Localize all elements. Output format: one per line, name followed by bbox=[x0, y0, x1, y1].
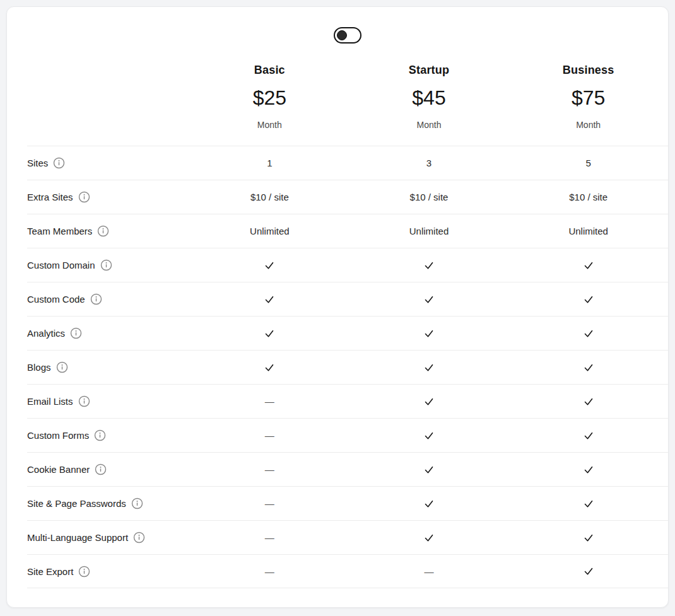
check-icon bbox=[582, 395, 595, 408]
check-icon bbox=[423, 429, 435, 442]
feature-label: Cookie Banner bbox=[27, 464, 90, 475]
feature-cell: Multi-Language Support bbox=[27, 532, 190, 543]
plan-value bbox=[508, 395, 668, 407]
plan-value bbox=[190, 259, 349, 271]
plan-price: $75 bbox=[508, 86, 668, 110]
feature-rows: Sites 1 3 5 Extra Sites $1 bbox=[27, 146, 668, 588]
page-background: Basic $25 Month Startup $45 Month Busine… bbox=[0, 0, 675, 614]
plan-name: Startup bbox=[349, 64, 509, 77]
feature-label: Extra Sites bbox=[27, 192, 73, 202]
dash-icon: — bbox=[190, 464, 349, 475]
pricing-table: Basic $25 Month Startup $45 Month Busine… bbox=[7, 7, 668, 588]
feature-label: Blogs bbox=[27, 362, 51, 373]
info-icon[interactable] bbox=[95, 463, 107, 475]
feature-cell: Team Members bbox=[27, 225, 190, 237]
info-icon[interactable] bbox=[78, 566, 90, 578]
feature-label: Email Lists bbox=[27, 396, 73, 407]
plan-value bbox=[349, 327, 509, 339]
info-icon[interactable] bbox=[56, 361, 68, 373]
plan-value: Unlimited bbox=[349, 226, 509, 236]
check-icon bbox=[423, 361, 435, 374]
plan-value bbox=[508, 463, 668, 475]
info-icon[interactable] bbox=[53, 157, 65, 169]
check-icon bbox=[423, 497, 435, 510]
plan-value bbox=[508, 497, 668, 509]
feature-cell: Custom Forms bbox=[27, 429, 190, 441]
dash-icon: — bbox=[190, 532, 349, 543]
table-row: Site & Page Passwords — bbox=[27, 486, 668, 520]
feature-cell: Analytics bbox=[27, 327, 190, 339]
dash-icon: — bbox=[190, 498, 349, 509]
plan-value bbox=[349, 531, 509, 543]
feature-label: Custom Domain bbox=[27, 260, 95, 270]
plan-value bbox=[508, 327, 668, 339]
table-row: Email Lists — bbox=[27, 384, 668, 418]
info-icon[interactable] bbox=[70, 327, 82, 339]
feature-label: Sites bbox=[27, 158, 48, 168]
plan-value bbox=[508, 531, 668, 543]
plan-value: $10 / site bbox=[190, 192, 349, 202]
feature-cell: Blogs bbox=[27, 361, 190, 373]
info-icon[interactable] bbox=[90, 293, 102, 305]
toggle-container bbox=[27, 7, 668, 51]
plan-value bbox=[349, 395, 509, 407]
info-icon[interactable] bbox=[131, 497, 143, 509]
check-icon bbox=[423, 395, 435, 408]
check-icon bbox=[582, 532, 595, 544]
feature-cell: Site Export bbox=[27, 566, 190, 578]
plan-value: 5 bbox=[508, 158, 668, 168]
table-row: Team Members Unlimited Unlimited Unlimit… bbox=[27, 214, 668, 248]
table-row: Sites 1 3 5 bbox=[27, 146, 668, 180]
plan-value bbox=[508, 293, 668, 305]
check-icon bbox=[582, 259, 595, 272]
plan-value: $10 / site bbox=[508, 192, 668, 202]
plan-value bbox=[508, 259, 668, 271]
check-icon bbox=[263, 361, 276, 374]
plan-value: 1 bbox=[190, 158, 349, 168]
check-icon bbox=[582, 429, 595, 442]
check-icon bbox=[423, 293, 435, 306]
plan-value: Unlimited bbox=[190, 226, 349, 236]
info-icon[interactable] bbox=[78, 395, 90, 407]
feature-label: Site Export bbox=[27, 566, 73, 577]
toggle-knob bbox=[337, 30, 347, 40]
info-icon[interactable] bbox=[78, 191, 90, 203]
plan-value bbox=[508, 429, 668, 441]
plan-name: Business bbox=[508, 64, 668, 77]
feature-cell: Sites bbox=[27, 157, 190, 169]
plan-value bbox=[349, 361, 509, 373]
plan-period: Month bbox=[349, 120, 509, 130]
plan-header-basic: Basic $25 Month bbox=[190, 60, 349, 130]
pricing-card: Basic $25 Month Startup $45 Month Busine… bbox=[6, 6, 669, 608]
dash-icon: — bbox=[190, 396, 349, 407]
plan-value bbox=[190, 361, 349, 373]
billing-period-toggle[interactable] bbox=[334, 27, 361, 44]
dash-icon: — bbox=[349, 566, 509, 577]
table-row: Extra Sites $10 / site $10 / site $10 / … bbox=[27, 180, 668, 214]
table-row: Cookie Banner — bbox=[27, 452, 668, 486]
check-icon bbox=[263, 259, 276, 272]
info-icon[interactable] bbox=[97, 225, 109, 237]
check-icon bbox=[582, 497, 595, 510]
plan-value: $10 / site bbox=[349, 192, 509, 202]
dash-icon: — bbox=[190, 430, 349, 441]
plan-price: $25 bbox=[190, 86, 349, 110]
check-icon bbox=[423, 327, 435, 340]
table-row: Multi-Language Support — bbox=[27, 520, 668, 554]
check-icon bbox=[423, 463, 435, 476]
plan-value bbox=[349, 497, 509, 509]
feature-label: Site & Page Passwords bbox=[27, 498, 126, 509]
plan-value bbox=[190, 293, 349, 305]
info-icon[interactable] bbox=[100, 259, 112, 271]
info-icon[interactable] bbox=[94, 429, 106, 441]
check-icon bbox=[263, 327, 276, 340]
info-icon[interactable] bbox=[133, 532, 145, 543]
feature-cell: Custom Code bbox=[27, 293, 190, 305]
plan-value bbox=[349, 259, 509, 271]
check-icon bbox=[582, 293, 595, 306]
plan-value bbox=[349, 293, 509, 305]
plan-value: 3 bbox=[349, 158, 509, 168]
feature-label: Custom Forms bbox=[27, 430, 89, 441]
check-icon bbox=[423, 532, 435, 544]
feature-label: Multi-Language Support bbox=[27, 532, 128, 543]
